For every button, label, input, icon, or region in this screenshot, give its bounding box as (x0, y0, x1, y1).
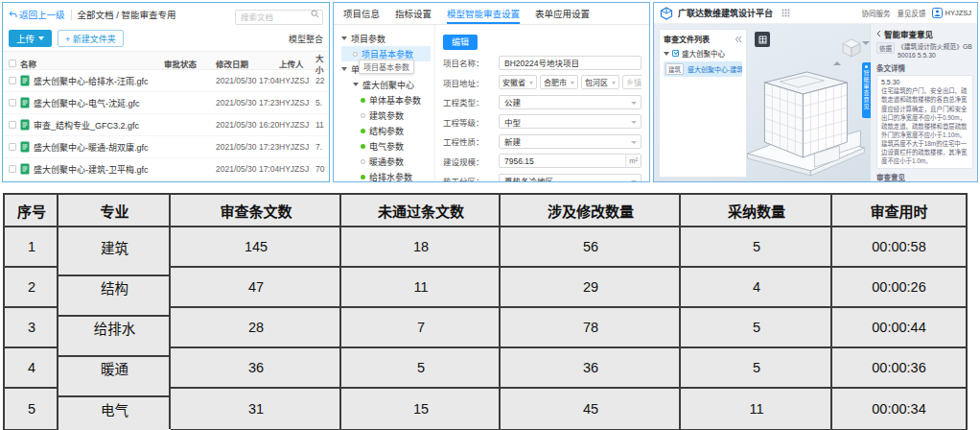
new-folder-button[interactable]: + 新建文件夹 (58, 30, 124, 47)
tab-smart-review-settings[interactable]: 模型智能审查设置 (447, 3, 520, 24)
file-row[interactable]: 盛大创聚中心-建筑-卫平梅.gfc 2021/05/30 17:04 HYJZS… (3, 158, 329, 180)
collapse-icon[interactable] (735, 36, 742, 43)
tree-item-label: 单体基本参数 (369, 94, 421, 107)
header-review-time: 审查用时 (832, 195, 966, 227)
project-name-field[interactable]: BH20224号地块项目 (499, 56, 642, 70)
model-tree-root[interactable]: 盛大创聚中心 (664, 48, 742, 59)
table-cell: 1 (5, 227, 58, 268)
file-uploader: HYJZSJ (279, 98, 315, 108)
file-row[interactable]: 审查_结构专业_GFC3.2.gfc 2021/05/30 16:20 HYJZ… (3, 114, 329, 136)
service-link[interactable]: 协同服务 (861, 8, 890, 18)
caret-down-icon (664, 52, 669, 56)
model-tree-toggle-button[interactable] (755, 32, 770, 47)
tree-item-hvac-params[interactable]: 暖通参数 (341, 154, 434, 169)
gfc-file-icon (20, 119, 30, 131)
tree-item-electrical-params[interactable]: 电气参数 (341, 138, 434, 154)
project-type-select[interactable]: 公建 (499, 95, 642, 109)
review-platform-panel: 广联达数维建筑设计平台 协同服务 意见反馈 HYJZSJ 审查文件列表 (653, 2, 978, 182)
status-dot-icon (361, 159, 365, 164)
view-cube[interactable] (833, 37, 856, 62)
tree-item-label: 建筑参数 (369, 109, 404, 122)
chevron-down-icon (631, 141, 637, 144)
tree-item-plumbing-params[interactable]: 给排水参数 (341, 169, 434, 182)
file-name: 盛大创聚中心-建筑-卫平梅.gfc (34, 163, 149, 176)
tab-project-info[interactable]: 项目信息 (343, 3, 380, 24)
file-row[interactable]: 盛大创聚中心-电气-沈延.gfc 2021/05/30 17:23 HYJZSJ… (3, 92, 329, 114)
field-label: 项目名称： (443, 57, 499, 68)
back-chevron-icon[interactable] (876, 30, 881, 37)
thermal-zone-select[interactable]: 夏热冬冷地区 (499, 174, 642, 183)
file-date: 2021/05/30 17:04 (216, 164, 279, 174)
town-placeholder: 乡镇/街道 (626, 77, 642, 87)
row-checkbox[interactable] (9, 121, 16, 129)
field-label: 热工分区： (443, 175, 499, 182)
new-folder-button-label: + 新建文件夹 (65, 33, 116, 45)
parameter-tree: 项目参数 项目基本参数 项目基本参数 单体参数 盛大创聚中心 单体基本参数 建筑… (334, 25, 435, 182)
tab-form-application[interactable]: 表单应用设置 (535, 3, 590, 24)
back-link[interactable]: 返回上一级 (9, 8, 65, 21)
thermal-zone-value: 夏热冬冷地区 (504, 175, 553, 182)
row-checkbox[interactable] (9, 165, 16, 173)
tree-item-shengda-center[interactable]: 盛大创聚中心 (341, 77, 434, 92)
checked-checkbox[interactable] (672, 50, 679, 57)
table-cell: 31 (171, 389, 341, 429)
upload-button[interactable]: 上传 (9, 30, 52, 47)
divider (71, 10, 72, 20)
table-cell: 4 (681, 268, 832, 308)
field-label: 工程类型： (443, 96, 499, 108)
table-cell: 15 (341, 389, 501, 429)
search-icon[interactable] (311, 10, 319, 18)
model-merge-link[interactable]: 模型整合 (289, 33, 323, 45)
basis-badge: 依据 (876, 42, 895, 54)
model-viewport[interactable] (747, 24, 870, 182)
chevron-down-icon (631, 121, 637, 124)
tree-item-project-params[interactable]: 项目参数 (341, 31, 434, 46)
tree-item-structure-params[interactable]: 结构参数 (341, 123, 434, 138)
chevron-down-icon (631, 102, 637, 105)
project-nature-select[interactable]: 新建 (499, 134, 642, 149)
orbit-down-icon[interactable] (862, 41, 870, 61)
table-cell: 47 (171, 268, 341, 308)
chevron-down-icon (631, 180, 637, 183)
town-select[interactable]: 乡镇/街道 (622, 75, 642, 89)
project-scale-field[interactable]: 7956.15m² (499, 154, 642, 168)
tree-item-architecture-params[interactable]: 建筑参数 (341, 108, 434, 123)
file-manager-panel: 返回上一级 全部文档 / 智能审查专用 上传 + 新建文件夹 模型整合 名称 审… (2, 2, 330, 182)
district-select[interactable]: 包河区 (581, 75, 619, 89)
file-date: 2021/05/30 17:23 (216, 142, 279, 152)
settings-tabs: 项目信息 指标设置 模型智能审查设置 表单应用设置 (334, 3, 649, 25)
user-menu[interactable]: HYJZSJ (932, 8, 971, 18)
city-select[interactable]: 合肥市 (540, 75, 578, 89)
smart-review-vertical-tab[interactable]: 智能审查意见 (862, 62, 871, 118)
tree-item-label: 电气参数 (369, 140, 404, 153)
avatar-icon (932, 8, 943, 18)
province-select[interactable]: 安徽省 (499, 75, 537, 89)
edit-button[interactable]: 编辑 (443, 35, 478, 50)
grid-line (57, 195, 58, 429)
row-checkbox[interactable] (9, 143, 16, 151)
tab-indicator-settings[interactable]: 指标设置 (395, 3, 432, 24)
clause-section-title: 条文详情 (876, 62, 973, 73)
smart-review-panel: 智能审查意见 智能审查意见 依据 《建筑设计防火规范》GB 50016 5.5.… (870, 24, 977, 182)
file-size: 7. (315, 142, 329, 152)
select-all-checkbox[interactable] (9, 60, 16, 67)
review-file-item[interactable]: 建筑 盛大创聚中心-建筑-卫平梅.gfc (664, 61, 742, 77)
project-grade-select[interactable]: 中型 (499, 114, 642, 129)
tree-item-label: 给排水参数 (369, 171, 412, 183)
row-checkbox[interactable] (9, 77, 16, 84)
tree-item-unit-basic-params[interactable]: 单体基本参数 (341, 92, 434, 108)
file-manager-toolbar: 上传 + 新建文件夹 模型整合 (3, 26, 329, 51)
grid-line (679, 195, 681, 429)
apps-grid-icon[interactable] (782, 9, 790, 17)
feedback-link[interactable]: 意见反馈 (897, 8, 925, 18)
clause-card: 5.5.30 住宅建筑的户门、安全出口、疏散走道和疏散楼梯的各自总净宽度应经计算… (876, 75, 973, 169)
file-uploader: HYJZSJ (279, 120, 315, 130)
table-cell: 78 (501, 308, 681, 348)
orbit-up-icon[interactable] (833, 45, 841, 65)
row-checkbox[interactable] (9, 99, 16, 107)
file-row[interactable]: 盛大创聚中心-给排水-汪雨.gfc 2021/05/30 17:04 HYJZS… (3, 70, 329, 92)
file-row[interactable]: 盛大创聚中心-暖通-胡双康.gfc 2021/05/30 17:23 HYJZS… (3, 136, 329, 158)
review-panel-title: 智能审查意见 (884, 28, 933, 39)
clause-text: 住宅建筑的户门、安全出口、疏散走道和疏散楼梯的各自总净宽度应经计算确定，且户门和… (881, 86, 968, 165)
review-summary-table: 序号 专业 审查条文数 未通过条文数 涉及修改数量 采纳数量 审查用时 1 建筑… (3, 193, 968, 430)
